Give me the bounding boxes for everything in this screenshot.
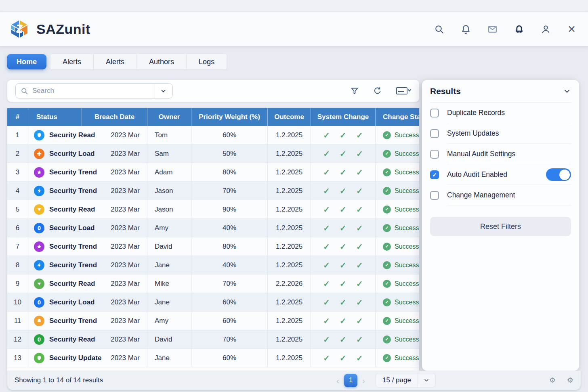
status-label: Security Read bbox=[49, 205, 111, 214]
table-row[interactable]: 7 Security Trend 2023 Mar David 80% 1.2.… bbox=[7, 237, 419, 256]
tab-authors-3[interactable]: Authors bbox=[137, 54, 187, 69]
panel-collapse-chevron-icon[interactable] bbox=[563, 87, 571, 95]
next-page-icon[interactable]: › bbox=[362, 376, 365, 385]
tab-home-0[interactable]: Home bbox=[7, 54, 46, 69]
check-icon: ✓ bbox=[356, 186, 363, 196]
cell-owner: David bbox=[147, 237, 191, 256]
cell-change-status: ✓ Success bbox=[376, 330, 419, 348]
filter-checkbox[interactable] bbox=[430, 150, 439, 159]
layout-dropdown-icon[interactable] bbox=[396, 86, 411, 96]
user-icon[interactable] bbox=[541, 24, 551, 34]
column-header-5[interactable]: Outcome bbox=[268, 108, 311, 126]
table-row[interactable]: 2 Security Load 2023 Mar Sam 50% 1.2.202… bbox=[7, 145, 419, 163]
table-row[interactable]: 9 Security Read 2023 Mar Mike 70% 2.2.20… bbox=[7, 275, 419, 293]
table-row[interactable]: 11 Security Trend 2023 Mar Amy 60% 1.2.2… bbox=[7, 312, 419, 330]
settings-gear-icon[interactable]: ⚙ bbox=[549, 376, 556, 385]
cell-status-and-breach-date: Security Trend 2023 Mar bbox=[28, 312, 147, 330]
cell-change-status: ✓ Success bbox=[376, 219, 419, 237]
column-header-7[interactable]: Change Status bbox=[376, 108, 419, 126]
cell-status-and-breach-date: 0 Security Load 2023 Mar bbox=[28, 293, 147, 311]
filter-checkbox[interactable] bbox=[430, 109, 439, 117]
cell-outcome: 1.2.2025 bbox=[268, 237, 311, 256]
filter-row[interactable]: ✓ Auto Audit Enabled bbox=[430, 164, 571, 185]
check-icon: ✓ bbox=[323, 242, 330, 252]
column-header-1[interactable]: Status bbox=[28, 108, 82, 126]
table-row[interactable]: 12 0 Security Read 2023 Mar David 70% 1.… bbox=[7, 330, 419, 349]
results-panel-title: Results bbox=[430, 86, 461, 96]
change-status-text: Success bbox=[395, 206, 419, 213]
cell-status-and-breach-date: Security Update 2023 Mar bbox=[28, 349, 147, 367]
star-status-icon bbox=[34, 167, 44, 178]
check-icon: ✓ bbox=[323, 353, 330, 363]
filter-checkbox[interactable] bbox=[430, 191, 439, 200]
cell-change-status: ✓ Success bbox=[376, 126, 419, 144]
filter-row[interactable]: Change Management bbox=[430, 185, 571, 205]
current-page-button[interactable]: 1 bbox=[344, 374, 357, 387]
search-box bbox=[15, 83, 173, 99]
status-label: Security Trend bbox=[49, 168, 111, 176]
check-icon: ✓ bbox=[323, 335, 330, 344]
table-row[interactable]: 8 Security Trend 2023 Mar Jane 40% 1.2.2… bbox=[7, 256, 419, 275]
cell-priority-weight: 40% bbox=[191, 219, 268, 237]
page-size-select[interactable]: 15 / page bbox=[376, 373, 436, 388]
table-row[interactable]: 5 Security Read 2023 Mar Jason 90% 1.2.2… bbox=[7, 200, 419, 219]
mail-icon[interactable] bbox=[487, 24, 498, 34]
tab-alerts-2[interactable]: Alerts bbox=[94, 54, 137, 69]
check-icon: ✓ bbox=[323, 186, 330, 196]
close-icon[interactable]: ✕ bbox=[567, 24, 576, 34]
table-row[interactable]: 6 0 Security Load 2023 Mar Amy 40% 1.2.2… bbox=[7, 219, 419, 237]
table-row[interactable]: 3 Security Trend 2023 Mar Adam 80% 1.2.2… bbox=[7, 163, 419, 182]
filter-checkbox[interactable]: ✓ bbox=[430, 170, 439, 179]
table-row[interactable]: 4 Security Trend 2023 Mar Jason 70% 1.2.… bbox=[7, 182, 419, 200]
refresh-icon[interactable] bbox=[373, 86, 382, 96]
status-label: Security Load bbox=[49, 150, 111, 158]
reset-filters-button[interactable]: Reset Filters bbox=[430, 217, 571, 236]
check-icon: ✓ bbox=[340, 335, 346, 344]
search-dropdown-button[interactable] bbox=[154, 84, 172, 98]
change-status-text: Success bbox=[395, 336, 419, 343]
search-input[interactable] bbox=[32, 84, 154, 98]
check-icon: ✓ bbox=[340, 205, 346, 214]
table-row[interactable]: 1 Security Read 2023 Mar Tom 60% 1.2.202… bbox=[7, 126, 419, 145]
cell-owner: David bbox=[147, 330, 191, 348]
notification-bell-icon[interactable] bbox=[514, 24, 524, 34]
search-icon[interactable] bbox=[434, 24, 444, 34]
cell-priority-weight: 60% bbox=[191, 312, 268, 330]
cell-row-number: 7 bbox=[7, 237, 28, 256]
tab-alerts-1[interactable]: Alerts bbox=[50, 54, 94, 69]
cell-outcome: 1.2.2025 bbox=[268, 219, 311, 237]
table-row[interactable]: 10 0 Security Load 2023 Mar Jane 60% 1.2… bbox=[7, 293, 419, 312]
cell-outcome: 1.2.2025 bbox=[268, 349, 311, 367]
cell-row-number: 2 bbox=[7, 145, 28, 163]
column-header-2[interactable]: Breach Date bbox=[82, 108, 147, 126]
success-check-icon: ✓ bbox=[383, 150, 391, 158]
tab-bar: HomeAlertsAlertsAuthorsLogs bbox=[7, 54, 227, 69]
cell-system-change: ✓✓✓ bbox=[311, 145, 376, 163]
preferences-gear-icon[interactable]: ⚙ bbox=[567, 376, 573, 385]
tab-logs-4[interactable]: Logs bbox=[187, 54, 227, 69]
table-row[interactable]: 13 Security Update 2023 Mar Jane 60% 1.2… bbox=[7, 349, 419, 367]
column-header-3[interactable]: Owner bbox=[147, 108, 191, 126]
filter-icon[interactable] bbox=[350, 86, 359, 95]
bell-icon[interactable] bbox=[461, 24, 471, 34]
filter-row[interactable]: System Updates bbox=[430, 123, 571, 144]
check-icon: ✓ bbox=[323, 168, 330, 177]
column-header-6[interactable]: System Change bbox=[311, 108, 376, 126]
previous-page-icon[interactable]: ‹ bbox=[336, 376, 339, 385]
cell-change-status: ✓ Success bbox=[376, 163, 419, 181]
cell-row-number: 6 bbox=[7, 219, 28, 237]
footer-settings: ⚙ ⚙ bbox=[549, 376, 573, 385]
filter-label: Auto Audit Enabled bbox=[447, 170, 507, 179]
filter-checkbox[interactable] bbox=[430, 129, 439, 138]
breach-date: 2023 Mar bbox=[111, 317, 140, 325]
cell-outcome: 1.2.2025 bbox=[268, 293, 311, 311]
column-header-0[interactable]: # bbox=[7, 108, 28, 126]
check-icon: ✓ bbox=[356, 205, 363, 214]
breach-date: 2023 Mar bbox=[111, 150, 140, 158]
filter-row[interactable]: Manual Audit Settings bbox=[430, 144, 571, 164]
toggle-switch[interactable] bbox=[546, 168, 571, 181]
filter-row[interactable]: Duplicate Records bbox=[430, 103, 571, 123]
cell-status-and-breach-date: Security Read 2023 Mar bbox=[28, 200, 147, 218]
column-header-4[interactable]: Priority Weight (%) bbox=[191, 108, 268, 126]
status-label: Security Trend bbox=[49, 243, 111, 251]
